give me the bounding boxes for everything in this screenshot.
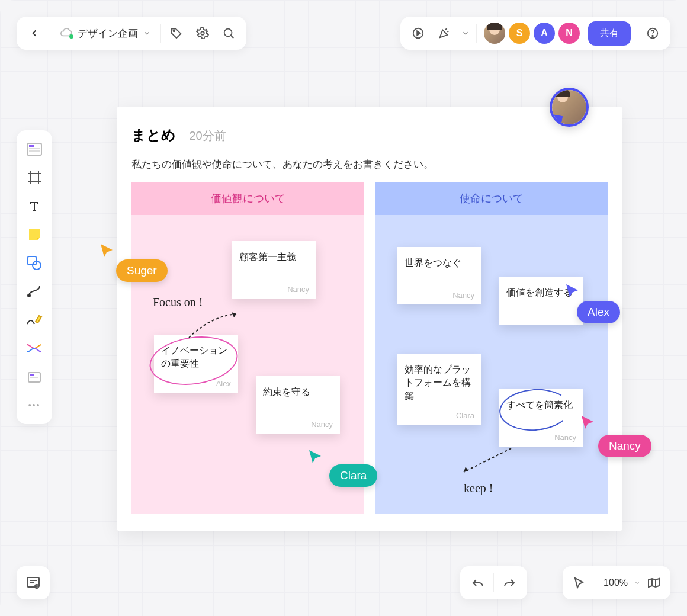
tag-button[interactable]: [163, 20, 190, 46]
avatar-photo[interactable]: [484, 23, 505, 44]
sticky-note-tool[interactable]: [21, 222, 47, 248]
cursor-label-alex: Alex: [577, 301, 620, 323]
sticky-card[interactable]: 約束を守る Nancy: [256, 376, 340, 434]
remote-cursor-nancy: [580, 415, 596, 431]
board-timestamp: 20分前: [189, 129, 226, 142]
svg-rect-8: [29, 148, 40, 149]
cursor-label-clara: Clara: [329, 464, 377, 487]
pointer-tool[interactable]: [569, 570, 590, 596]
remote-cursor-clara: [308, 449, 323, 466]
search-button[interactable]: [216, 20, 242, 46]
card-tool[interactable]: [21, 364, 47, 390]
chevron-down-icon: [143, 29, 151, 37]
present-button[interactable]: [405, 20, 431, 46]
document-title: デザイン企画: [78, 27, 138, 40]
toolbar-right: S A N 共有: [400, 17, 670, 50]
board-subtitle: 私たちの価値観や使命について、あなたの考えをお書きください。: [117, 152, 622, 182]
zoom-value[interactable]: 100%: [600, 578, 631, 588]
connector-tool[interactable]: [21, 278, 47, 304]
presence-avatars: S A N: [484, 23, 580, 44]
presence-avatar-cursor: [550, 88, 589, 127]
svg-rect-10: [28, 256, 36, 265]
sticky-card[interactable]: 効率的なプラットフォームを構築 Clara: [397, 354, 481, 425]
share-button[interactable]: 共有: [588, 21, 631, 46]
text-annotation[interactable]: Focus on !: [153, 296, 203, 309]
arrow-annotation[interactable]: [458, 442, 517, 478]
svg-point-18: [36, 586, 37, 587]
cursor-label-nancy: Nancy: [598, 435, 651, 457]
text-annotation[interactable]: keep !: [464, 482, 493, 495]
svg-point-12: [28, 294, 30, 297]
frame-tool[interactable]: [21, 165, 47, 191]
arrow-annotation[interactable]: [186, 311, 245, 341]
sticky-card[interactable]: 世界をつなぐ Nancy: [397, 247, 481, 304]
avatar-a[interactable]: A: [534, 23, 555, 44]
column-header: 使命について: [375, 182, 608, 215]
zoom-bar: 100%: [563, 566, 670, 599]
board-title: まとめ: [131, 127, 176, 143]
toolbar-left: デザイン企画: [17, 17, 246, 50]
text-tool[interactable]: [21, 193, 47, 219]
sticky-card[interactable]: 顧客第一主義 Nancy: [232, 241, 316, 299]
settings-button[interactable]: [190, 20, 216, 46]
avatar-n[interactable]: N: [558, 23, 580, 44]
celebrate-button[interactable]: [431, 20, 457, 46]
more-dropdown[interactable]: [457, 20, 474, 46]
remote-cursor-suger: [99, 243, 115, 259]
column-header: 価値観について: [131, 182, 364, 215]
more-tools[interactable]: •••: [21, 392, 47, 418]
svg-point-5: [652, 36, 653, 37]
shape-tool[interactable]: [21, 250, 47, 276]
redo-button[interactable]: [496, 570, 522, 596]
tools-sidebar: •••: [17, 130, 52, 424]
svg-point-2: [224, 29, 232, 37]
column-values[interactable]: 価値観について 顧客第一主義 Nancy イノベーションの重要性 Alex 約束…: [131, 182, 364, 514]
cloud-sync-icon: [60, 28, 73, 38]
svg-rect-9: [29, 150, 40, 152]
chevron-down-icon[interactable]: [634, 579, 641, 586]
undo-button[interactable]: [465, 570, 491, 596]
svg-rect-7: [29, 145, 34, 147]
mindmap-tool[interactable]: [21, 335, 47, 361]
cursor-label-suger: Suger: [116, 259, 168, 282]
svg-point-1: [201, 31, 204, 35]
map-button[interactable]: [643, 570, 664, 596]
help-button[interactable]: [640, 20, 666, 46]
back-button[interactable]: [21, 20, 47, 46]
svg-rect-15: [30, 377, 38, 378]
template-tool[interactable]: [21, 136, 47, 162]
undo-redo-bar: [460, 566, 527, 599]
document-title-dropdown[interactable]: デザイン企画: [53, 27, 158, 40]
column-mission[interactable]: 使命について 世界をつなぐ Nancy 価値を創造する 効率的なプラットフォーム…: [375, 182, 608, 514]
pen-tool[interactable]: [21, 307, 47, 333]
svg-point-0: [174, 30, 175, 32]
avatar-s[interactable]: S: [509, 23, 530, 44]
svg-rect-14: [30, 374, 34, 376]
notes-button[interactable]: [17, 566, 50, 599]
remote-cursor-alex: [565, 283, 580, 300]
